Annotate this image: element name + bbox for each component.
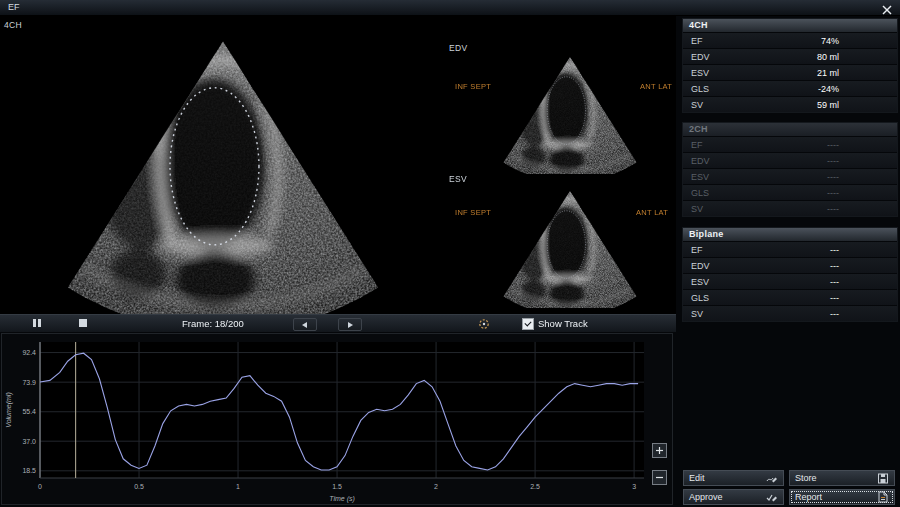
view-label: 4CH [4,20,22,30]
esv-inf-sept-label: INF SEPT [455,208,491,217]
svg-text:37.0: 37.0 [22,438,36,445]
result-label: EF [683,36,739,46]
result-value: ---- [739,156,897,166]
result-label: GLS [683,188,739,198]
image-viewer: 4CH EDV INF SEPT ANT LAT ESV INF SEPT AN… [0,16,676,314]
result-row: EDV ---- [683,152,897,168]
result-row: SV ---- [683,200,897,216]
result-row: ESV ---- [683,168,897,184]
frame-counter: Frame: 18/200 [182,318,244,329]
svg-text:2.5: 2.5 [530,483,540,490]
result-label: EDV [683,156,739,166]
result-row: EDV --- [683,257,897,273]
esv-label: ESV [449,174,467,184]
result-value: --- [739,309,897,319]
result-value: 59 ml [739,100,897,110]
svg-text:1.5: 1.5 [332,483,342,490]
result-row: SV 59 ml [683,96,897,112]
result-row: GLS -24% [683,80,897,96]
result-row: EDV 80 ml [683,48,897,64]
panel-title-2ch: 2CH [683,123,897,136]
title-bar: EF [0,0,900,16]
result-label: SV [683,309,739,319]
edv-inf-sept-label: INF SEPT [455,82,491,91]
report-icon [877,491,889,503]
edit-icon [766,473,778,484]
main-ultrasound-image[interactable] [0,30,446,314]
report-button-label: Report [795,492,822,502]
result-row: EF 74% [683,32,897,48]
result-value: ---- [739,204,897,214]
approve-button[interactable]: Approve [683,489,784,505]
roi-tool-button[interactable] [477,317,491,330]
svg-text:Time (s): Time (s) [329,495,355,503]
approve-icon [766,492,778,503]
result-value: --- [739,245,897,255]
result-label: EF [683,245,739,255]
result-row: GLS ---- [683,184,897,200]
report-button[interactable]: Report [789,489,895,505]
svg-text:Volume(ml): Volume(ml) [5,392,13,428]
panel-title-biplane: Biplane [683,228,897,241]
plus-icon [655,446,664,455]
result-label: EF [683,140,739,150]
results-panel-biplane: Biplane EF --- EDV --- ESV --- GLS --- S… [682,227,898,322]
result-value: --- [739,293,897,303]
result-row: EF ---- [683,136,897,152]
svg-text:3: 3 [632,483,636,490]
esv-ant-lat-label: ANT LAT [636,208,668,217]
svg-text:0.5: 0.5 [134,483,144,490]
ef-tool-window: EF 4CH EDV INF SEPT ANT LAT ESV INF SEPT… [0,0,900,507]
svg-text:2: 2 [434,483,438,490]
result-row: SV --- [683,305,897,321]
result-label: SV [683,204,739,214]
playback-bar: Frame: 18/200 Show Track [0,314,676,332]
pause-button[interactable] [28,317,46,329]
result-label: ESV [683,68,739,78]
step-forward-button[interactable] [338,318,362,331]
result-label: GLS [683,293,739,303]
zoom-out-button[interactable] [652,470,667,485]
result-value: 74% [739,36,897,46]
step-forward-icon [346,321,354,329]
svg-text:92.4: 92.4 [22,349,36,356]
result-value: -24% [739,84,897,94]
edv-thumbnail[interactable] [468,52,672,174]
close-button[interactable] [881,2,893,14]
result-row: EF --- [683,241,897,257]
show-track-checkbox[interactable] [522,318,534,330]
step-back-icon [301,321,309,329]
store-button[interactable]: Store [789,470,895,486]
result-row: GLS --- [683,289,897,305]
edit-button[interactable]: Edit [683,470,784,486]
result-row: ESV 21 ml [683,64,897,80]
window-title: EF [8,2,20,12]
result-value: ---- [739,188,897,198]
result-label: ESV [683,172,739,182]
step-back-button[interactable] [293,318,317,331]
results-sidebar: 4CH EF 74% EDV 80 ml ESV 21 ml GLS -24% … [678,16,900,505]
result-row: ESV --- [683,273,897,289]
edv-label: EDV [449,43,467,53]
result-value: 80 ml [739,52,897,62]
store-icon [877,473,889,484]
zoom-in-button[interactable] [652,443,667,458]
result-label: ESV [683,277,739,287]
stop-icon [78,318,88,328]
esv-thumbnail[interactable] [474,186,666,308]
approve-button-label: Approve [689,492,723,502]
panel-title-4ch: 4CH [683,19,897,32]
edv-ant-lat-label: ANT LAT [640,82,672,91]
svg-text:0: 0 [38,483,42,490]
volume-time-chart[interactable]: 18.537.055.473.992.400.511.522.53Volume(… [2,334,672,507]
results-panel-4ch: 4CH EF 74% EDV 80 ml ESV 21 ml GLS -24% … [682,18,898,113]
edit-button-label: Edit [689,473,705,483]
store-button-label: Store [795,473,817,483]
stop-button[interactable] [74,317,92,329]
minus-icon [655,473,664,482]
result-label: EDV [683,261,739,271]
svg-text:18.5: 18.5 [22,467,36,474]
result-value: ---- [739,140,897,150]
svg-text:1: 1 [236,483,240,490]
volume-chart-panel: 18.537.055.473.992.400.511.522.53Volume(… [1,333,673,505]
